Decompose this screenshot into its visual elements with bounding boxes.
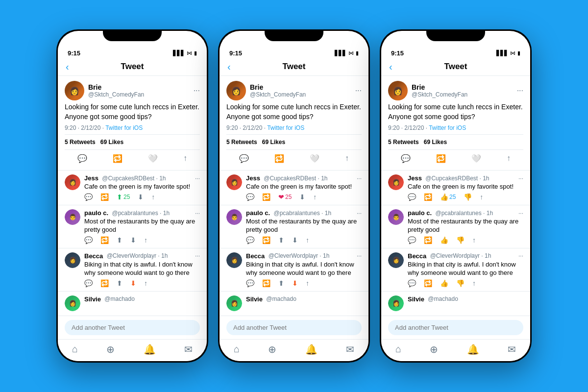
messages-tab-2[interactable]: ✉ (346, 343, 354, 355)
more-icon-2[interactable]: ··· (355, 86, 362, 95)
search-tab-3[interactable]: ⊕ (430, 343, 438, 355)
thumbsup-becca-3[interactable]: 👍 (440, 279, 448, 287)
comment-jess-3[interactable]: 💬 (408, 193, 416, 201)
search-tab-2[interactable]: ⊕ (268, 343, 276, 355)
like-jess-2[interactable]: ❤25 (278, 193, 292, 201)
messages-tab-1[interactable]: ✉ (184, 343, 193, 355)
notifications-tab-2[interactable]: 🔔 (305, 343, 318, 355)
add-tweet-bar-1[interactable] (58, 316, 207, 340)
thumbsup-jess-3[interactable]: 👍25 (440, 193, 456, 201)
add-tweet-bar-3[interactable] (381, 316, 530, 340)
notifications-tab-1[interactable]: 🔔 (144, 343, 156, 355)
retweet-becca-3[interactable]: 🔁 (424, 279, 432, 287)
upvote-jess-1[interactable]: ⬆25 (117, 193, 130, 201)
home-tab-2[interactable]: ⌂ (234, 343, 240, 355)
share-becca-2[interactable]: ↑ (306, 279, 309, 287)
retweet-becca-2[interactable]: 🔁 (262, 279, 270, 287)
comment-paulo-3[interactable]: 💬 (408, 236, 416, 244)
share-becca-3[interactable]: ↑ (472, 279, 476, 287)
share-jess-1[interactable]: ↑ (151, 193, 155, 201)
downvote-jess-2[interactable]: ⬇ (299, 193, 305, 201)
like-icon-2[interactable]: 🤍 (310, 154, 319, 163)
more-becca-2[interactable]: ··· (357, 252, 362, 259)
upvote-paulo-2[interactable]: ⬆ (278, 236, 284, 244)
more-becca-1[interactable]: ··· (195, 252, 200, 259)
back-button-1[interactable]: ‹ (66, 61, 69, 73)
retweet-paulo-2[interactable]: 🔁 (262, 236, 270, 244)
home-tab-3[interactable]: ⌂ (395, 343, 401, 355)
retweet-jess-2[interactable]: 🔁 (262, 193, 270, 201)
comment-icon-2[interactable]: 💬 (239, 154, 249, 163)
tweet-source-1[interactable]: Twitter for iOS (105, 124, 143, 131)
comment-becca-2[interactable]: 💬 (246, 279, 254, 287)
add-tweet-input-3[interactable] (388, 320, 523, 335)
more-icon-3[interactable]: ··· (517, 86, 523, 95)
comment-jess-1[interactable]: 💬 (84, 193, 93, 201)
share-paulo-2[interactable]: ↑ (306, 236, 309, 244)
thumbsdown-jess-3[interactable]: 👎 (464, 193, 472, 201)
upvote-paulo-1[interactable]: ⬆ (117, 236, 122, 244)
thumbsdown-becca-3[interactable]: 👎 (456, 279, 465, 287)
downvote-paulo-1[interactable]: ⬇ (130, 236, 136, 244)
retweet-icon-3[interactable]: 🔁 (436, 154, 446, 163)
downvote-jess-1[interactable]: ⬇ (138, 193, 144, 201)
add-tweet-input-1[interactable] (65, 320, 200, 335)
downvote-becca-1[interactable]: ⬇ (130, 279, 136, 287)
more-icon-1[interactable]: ··· (194, 86, 200, 95)
tweet-source-2[interactable]: Twitter for iOS (267, 124, 304, 131)
back-button-2[interactable]: ‹ (227, 61, 231, 73)
comment-paulo-1[interactable]: 💬 (84, 236, 93, 244)
downvote-becca-2[interactable]: ⬇ (292, 279, 298, 287)
comment-becca-1[interactable]: 💬 (84, 279, 93, 287)
more-jess-1[interactable]: ··· (195, 175, 200, 182)
share-becca-1[interactable]: ↑ (144, 279, 147, 287)
more-paulo-3[interactable]: ··· (518, 210, 523, 217)
retweet-icon-1[interactable]: 🔁 (113, 154, 122, 163)
reply-actions-jess-1: 💬 🔁 ⬆25 ⬇ ↑ (84, 193, 200, 201)
share-paulo-1[interactable]: ↑ (144, 236, 147, 244)
retweet-paulo-1[interactable]: 🔁 (100, 236, 109, 244)
messages-tab-3[interactable]: ✉ (508, 343, 516, 355)
tweet-source-3[interactable]: Twitter for iOS (429, 124, 466, 131)
retweet-becca-1[interactable]: 🔁 (100, 279, 109, 287)
like-icon-3[interactable]: 🤍 (471, 154, 481, 163)
retweet-icon-2[interactable]: 🔁 (274, 154, 284, 163)
upvote-becca-1[interactable]: ⬆ (117, 279, 122, 287)
more-jess-2[interactable]: ··· (357, 175, 362, 182)
retweet-paulo-3[interactable]: 🔁 (424, 236, 432, 244)
share-icon-2[interactable]: ↑ (345, 154, 349, 163)
notifications-tab-3[interactable]: 🔔 (467, 343, 479, 355)
search-tab-1[interactable]: ⊕ (106, 343, 115, 355)
more-jess-3[interactable]: ··· (518, 175, 523, 182)
reply-name-paulo-2: paulo c. (246, 209, 270, 217)
add-tweet-bar-2[interactable] (220, 316, 368, 340)
thumbsup-paulo-3[interactable]: 👍 (440, 236, 448, 244)
tab-bar-2: ⌂ ⊕ 🔔 ✉ (220, 340, 368, 361)
comment-icon-3[interactable]: 💬 (401, 154, 411, 163)
thumbsdown-paulo-3[interactable]: 👎 (456, 236, 465, 244)
share-jess-2[interactable]: ↑ (313, 193, 317, 201)
reply-name-becca-3: Becca (408, 252, 426, 260)
more-paulo-1[interactable]: ··· (195, 210, 200, 217)
share-icon-3[interactable]: ↑ (507, 154, 511, 163)
downvote-paulo-2[interactable]: ⬇ (292, 236, 298, 244)
home-tab-1[interactable]: ⌂ (72, 343, 78, 355)
comment-paulo-2[interactable]: 💬 (246, 236, 254, 244)
tweet-text-1: Looking for some cute lunch reccs in Exe… (65, 102, 200, 122)
wifi-icon-1: ⋈ (187, 50, 192, 56)
back-button-3[interactable]: ‹ (389, 61, 392, 73)
more-paulo-2[interactable]: ··· (357, 210, 362, 217)
share-icon-1[interactable]: ↑ (183, 154, 187, 163)
comment-jess-2[interactable]: 💬 (246, 193, 254, 201)
retweet-jess-3[interactable]: 🔁 (424, 193, 432, 201)
upvote-becca-2[interactable]: ⬆ (278, 279, 284, 287)
notch-3 (426, 29, 485, 41)
like-icon-1[interactable]: 🤍 (148, 154, 158, 163)
add-tweet-input-2[interactable] (226, 320, 362, 335)
more-becca-3[interactable]: ··· (518, 252, 523, 259)
comment-becca-3[interactable]: 💬 (408, 279, 416, 287)
share-jess-3[interactable]: ↑ (480, 193, 483, 201)
retweet-jess-1[interactable]: 🔁 (100, 193, 109, 201)
share-paulo-3[interactable]: ↑ (472, 236, 476, 244)
comment-icon-1[interactable]: 💬 (77, 154, 87, 163)
